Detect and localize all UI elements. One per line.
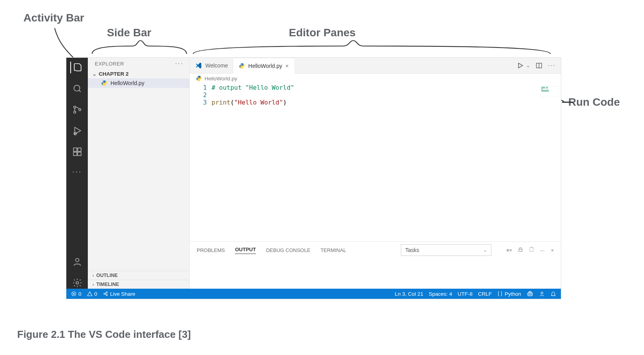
line-number: 2 <box>190 91 212 99</box>
panel-tab-debug[interactable]: DEBUG CONSOLE <box>266 247 310 253</box>
run-debug-icon[interactable] <box>71 125 83 137</box>
settings-gear-icon[interactable] <box>71 277 83 289</box>
svg-rect-20 <box>528 293 532 296</box>
status-language[interactable]: Python <box>497 291 521 297</box>
svg-point-17 <box>104 293 105 295</box>
timeline-section[interactable]: › TIMELINE <box>88 280 189 289</box>
activity-bar: ··· <box>66 58 88 289</box>
editor-more-icon[interactable]: ··· <box>548 62 555 69</box>
code-fn: print <box>212 99 230 106</box>
svg-point-3 <box>73 111 75 113</box>
close-icon[interactable]: × <box>285 62 289 69</box>
outline-label: OUTLINE <box>96 273 118 278</box>
warning-count: 0 <box>94 291 98 297</box>
lang-label: Python <box>505 291 521 297</box>
code-editor[interactable]: 1# output "Hello World" 2 3print("Hello … <box>190 84 561 241</box>
svg-point-2 <box>73 106 75 108</box>
svg-rect-8 <box>73 152 77 156</box>
breadcrumb-label: HelloWorld.py <box>205 76 237 82</box>
panel-close-icon[interactable]: × <box>551 247 554 253</box>
status-eol[interactable]: CRLF <box>478 291 492 297</box>
clear-output-icon[interactable] <box>529 247 535 254</box>
svg-point-23 <box>541 292 543 294</box>
tab-welcome-label: Welcome <box>205 62 228 69</box>
status-spaces[interactable]: Spaces: 4 <box>429 291 452 297</box>
chevron-right-icon: › <box>93 282 94 287</box>
sidebar-title: EXPLORER <box>95 61 124 67</box>
svg-rect-7 <box>78 148 81 151</box>
vscode-window: ··· EXPLORER ··· ⌄ CHAPTER 2 <box>66 58 561 299</box>
search-icon[interactable] <box>71 83 83 94</box>
figure-caption: Figure 2.1 The VS Code interface [3] <box>17 328 191 341</box>
python-file-icon <box>239 63 245 69</box>
lock-icon[interactable] <box>518 247 523 254</box>
chevron-right-icon: › <box>93 273 94 278</box>
status-live-share[interactable]: Live Share <box>103 291 135 297</box>
status-bar: 0 0 Live Share Ln 3, Col 21 Spaces: 4 UT… <box>66 289 561 299</box>
panel-tab-output[interactable]: OUTPUT <box>235 247 256 254</box>
chevron-down-icon: ⌄ <box>483 247 487 253</box>
run-code-button[interactable] <box>517 62 524 69</box>
svg-point-10 <box>75 258 79 262</box>
split-editor-icon[interactable] <box>535 62 543 69</box>
svg-point-11 <box>76 282 78 284</box>
code-punc: ) <box>283 99 287 106</box>
tab-file[interactable]: HelloWorld.py × <box>233 58 294 74</box>
bottom-panel: PROBLEMS OUTPUT DEBUG CONSOLE TERMINAL T… <box>190 241 561 289</box>
annotation-editor-panes: Editor Panes <box>289 27 356 39</box>
svg-point-22 <box>530 294 531 295</box>
tab-welcome[interactable]: Welcome <box>190 58 233 73</box>
explorer-icon[interactable] <box>70 62 84 73</box>
vscode-icon <box>195 62 202 69</box>
run-dropdown-icon[interactable]: ⌄ <box>526 63 530 68</box>
outline-section[interactable]: › OUTLINE <box>88 271 189 280</box>
timeline-label: TIMELINE <box>96 282 119 287</box>
editor-area: Welcome HelloWorld.py × ⌄ <box>190 58 561 289</box>
breadcrumb[interactable]: HelloWorld.py <box>190 74 561 84</box>
status-encoding[interactable]: UTF-8 <box>457 291 472 297</box>
status-warnings[interactable]: 0 <box>87 291 98 297</box>
source-control-icon[interactable] <box>71 104 83 115</box>
panel-maximize-icon[interactable]: ︿ <box>540 247 545 254</box>
svg-point-1 <box>74 85 80 91</box>
activity-more-icon[interactable]: ··· <box>72 167 82 176</box>
svg-point-21 <box>529 294 530 295</box>
status-cursor-pos[interactable]: Ln 3, Col 21 <box>395 291 423 297</box>
side-bar: EXPLORER ··· ⌄ CHAPTER 2 HelloWorld.py ›… <box>88 58 190 289</box>
panel-tab-terminal[interactable]: TERMINAL <box>320 247 346 253</box>
folder-label: CHAPTER 2 <box>99 71 129 77</box>
svg-rect-14 <box>519 249 523 252</box>
python-file-icon <box>101 80 107 86</box>
annotation-side-bar: Side Bar <box>107 27 151 39</box>
account-icon[interactable] <box>71 256 83 268</box>
sidebar-file-item[interactable]: HelloWorld.py <box>88 78 189 88</box>
line-number: 1 <box>190 84 212 91</box>
sidebar-more-icon[interactable]: ··· <box>175 60 184 67</box>
error-count: 0 <box>78 291 82 297</box>
svg-point-4 <box>78 108 80 110</box>
status-errors[interactable]: 0 <box>71 291 82 297</box>
svg-rect-6 <box>73 148 77 151</box>
svg-rect-15 <box>530 248 534 252</box>
tab-bar: Welcome HelloWorld.py × ⌄ <box>190 58 561 74</box>
chevron-down-icon: ⌄ <box>93 71 96 77</box>
sidebar-folder[interactable]: ⌄ CHAPTER 2 <box>88 69 189 78</box>
copilot-icon[interactable] <box>527 290 534 297</box>
code-comment: # output "Hello World" <box>212 84 294 91</box>
figure-canvas: Activity Bar Side Bar Editor Panes Run C… <box>0 0 644 355</box>
filter-icon[interactable]: ≡× <box>506 247 512 253</box>
notifications-icon[interactable] <box>550 291 556 297</box>
line-number: 3 <box>190 99 212 106</box>
panel-tab-problems[interactable]: PROBLEMS <box>197 247 225 253</box>
code-string: "Hello World" <box>234 99 283 106</box>
output-channel-select[interactable]: Tasks ⌄ <box>401 244 491 256</box>
extensions-icon[interactable] <box>71 146 83 158</box>
file-label: HelloWorld.py <box>110 80 144 86</box>
select-value: Tasks <box>405 247 419 253</box>
python-file-icon <box>196 75 202 82</box>
svg-rect-9 <box>78 152 81 156</box>
code-punc: ( <box>230 99 234 106</box>
feedback-icon[interactable] <box>539 291 545 297</box>
annotation-activity-bar: Activity Bar <box>23 12 84 24</box>
minimap[interactable]: ████ ███████████ <box>541 86 559 97</box>
